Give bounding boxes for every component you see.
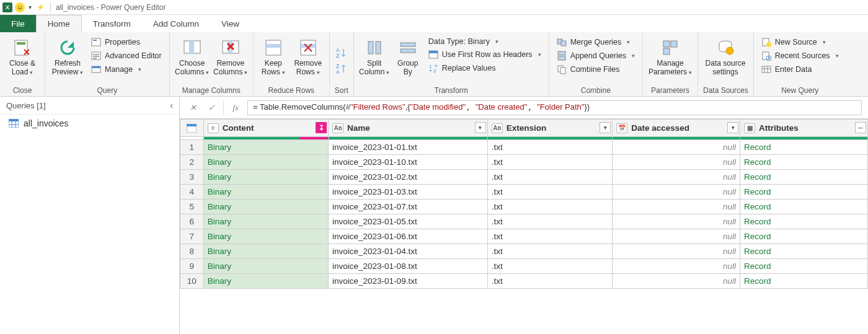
cell-date-accessed[interactable]: null: [613, 244, 740, 259]
row-number[interactable]: 4: [180, 185, 204, 200]
formula-input[interactable]: = Table.RemoveColumns(#"Filtered Rows",{…: [247, 100, 862, 115]
cell-extension[interactable]: .txt: [487, 155, 612, 170]
cell-content[interactable]: Binary: [203, 229, 328, 244]
smiley-icon[interactable]: ☺: [15, 2, 25, 12]
tab-file[interactable]: File: [0, 15, 36, 32]
column-header-name[interactable]: ABName ▾: [329, 120, 488, 137]
cell-content[interactable]: Binary: [203, 185, 328, 200]
cell-content[interactable]: Binary: [203, 140, 328, 155]
cell-extension[interactable]: .txt: [487, 214, 612, 229]
table-row[interactable]: 7Binaryinvoice_2023-01-06.txt.txtnullRec…: [180, 229, 868, 244]
cell-attributes[interactable]: Record: [740, 170, 868, 185]
tab-transform[interactable]: Transform: [82, 15, 142, 32]
row-number[interactable]: 10: [180, 274, 204, 289]
cell-name[interactable]: invoice_2023-01-08.txt: [329, 259, 488, 274]
cell-date-accessed[interactable]: null: [613, 140, 740, 155]
cell-name[interactable]: invoice_2023-01-10.txt: [329, 155, 488, 170]
cell-name[interactable]: invoice_2023-01-03.txt: [329, 185, 488, 200]
manage-button[interactable]: Manage: [89, 63, 164, 76]
cell-content[interactable]: Binary: [203, 170, 328, 185]
expand-attributes-button[interactable]: ↔: [855, 122, 866, 133]
cell-attributes[interactable]: Record: [740, 185, 868, 200]
cell-content[interactable]: Binary: [203, 155, 328, 170]
column-header-content[interactable]: ≡Content ↧: [203, 120, 328, 137]
cell-date-accessed[interactable]: null: [613, 274, 740, 289]
accept-formula-button[interactable]: ✓: [205, 101, 218, 115]
sort-asc-button[interactable]: AZ: [335, 46, 347, 59]
cell-date-accessed[interactable]: null: [613, 259, 740, 274]
cell-name[interactable]: invoice_2023-01-04.txt: [329, 244, 488, 259]
table-row[interactable]: 6Binaryinvoice_2023-01-05.txt.txtnullRec…: [180, 214, 868, 229]
collapse-pane-icon[interactable]: ‹: [170, 100, 173, 110]
fx-button[interactable]: fx: [229, 101, 242, 115]
merge-queries-button[interactable]: Merge Queries: [554, 36, 637, 48]
cell-name[interactable]: invoice_2023-01-05.txt: [329, 214, 488, 229]
cell-date-accessed[interactable]: null: [613, 214, 740, 229]
tab-add-column[interactable]: Add Column: [142, 15, 210, 32]
cell-date-accessed[interactable]: null: [613, 155, 740, 170]
cell-attributes[interactable]: Record: [740, 140, 868, 155]
tab-view[interactable]: View: [210, 15, 250, 32]
table-row[interactable]: 9Binaryinvoice_2023-01-08.txt.txtnullRec…: [180, 259, 868, 274]
cell-attributes[interactable]: Record: [740, 155, 868, 170]
cell-attributes[interactable]: Record: [740, 259, 868, 274]
cell-date-accessed[interactable]: null: [613, 200, 740, 214]
tab-home[interactable]: Home: [36, 15, 82, 32]
cell-name[interactable]: invoice_2023-01-09.txt: [329, 274, 488, 289]
recent-sources-button[interactable]: Recent Sources: [759, 50, 841, 62]
cell-content[interactable]: Binary: [203, 200, 328, 214]
sort-desc-button[interactable]: ZA: [335, 63, 347, 75]
manage-parameters-button[interactable]: Manage Parameters: [648, 35, 693, 85]
cell-extension[interactable]: .txt: [487, 244, 612, 259]
cell-attributes[interactable]: Record: [740, 214, 868, 229]
column-header-date-accessed[interactable]: 📅Date accessed ▾: [613, 120, 740, 137]
use-first-row-button[interactable]: Use First Row as Headers: [426, 48, 544, 61]
cell-extension[interactable]: .txt: [487, 274, 612, 289]
replace-values-button[interactable]: 12 Replace Values: [426, 62, 544, 74]
row-number[interactable]: 3: [180, 170, 204, 185]
cell-attributes[interactable]: Record: [740, 200, 868, 214]
close-and-load-button[interactable]: Close & Load: [5, 35, 40, 85]
row-number[interactable]: 7: [180, 229, 204, 244]
data-grid[interactable]: ≡Content ↧ ABName ▾ ABExtension ▾ 📅Da: [180, 119, 868, 334]
table-row[interactable]: 1Binaryinvoice_2023-01-01.txt.txtnullRec…: [180, 140, 868, 155]
data-source-settings-button[interactable]: Data source settings: [703, 35, 748, 85]
data-type-button[interactable]: Data Type: Binary: [426, 36, 544, 47]
cancel-formula-button[interactable]: ✕: [186, 101, 200, 115]
filter-extension-button[interactable]: ▾: [600, 122, 611, 133]
cell-name[interactable]: invoice_2023-01-01.txt: [329, 140, 488, 155]
keep-rows-button[interactable]: Keep Rows: [259, 35, 288, 85]
choose-columns-button[interactable]: Choose Columns: [175, 35, 210, 85]
advanced-editor-button[interactable]: Advanced Editor: [89, 50, 164, 62]
group-by-button[interactable]: Group By: [394, 35, 422, 85]
row-number[interactable]: 1: [180, 140, 204, 155]
select-all-corner[interactable]: [180, 120, 204, 137]
cell-date-accessed[interactable]: null: [613, 229, 740, 244]
remove-columns-button[interactable]: Remove Columns: [213, 35, 248, 85]
cell-name[interactable]: invoice_2023-01-06.txt: [329, 229, 488, 244]
cell-extension[interactable]: .txt: [487, 259, 612, 274]
cell-content[interactable]: Binary: [203, 244, 328, 259]
table-row[interactable]: 4Binaryinvoice_2023-01-03.txt.txtnullRec…: [180, 185, 868, 200]
cell-content[interactable]: Binary: [203, 274, 328, 289]
cell-date-accessed[interactable]: null: [613, 185, 740, 200]
column-header-extension[interactable]: ABExtension ▾: [487, 120, 612, 137]
properties-button[interactable]: Properties: [89, 36, 164, 48]
cell-name[interactable]: invoice_2023-01-02.txt: [329, 170, 488, 185]
column-header-attributes[interactable]: ▦Attributes ↔: [740, 120, 868, 137]
cell-attributes[interactable]: Record: [740, 274, 868, 289]
row-number[interactable]: 6: [180, 214, 204, 229]
query-item-all-invoices[interactable]: all_invoices: [0, 115, 179, 132]
append-queries-button[interactable]: Append Queries: [554, 50, 637, 62]
cell-attributes[interactable]: Record: [740, 244, 868, 259]
cell-extension[interactable]: .txt: [487, 229, 612, 244]
refresh-preview-button[interactable]: Refresh Preview: [50, 35, 85, 85]
row-number[interactable]: 5: [180, 200, 204, 214]
table-row[interactable]: 8Binaryinvoice_2023-01-04.txt.txtnullRec…: [180, 244, 868, 259]
row-number[interactable]: 9: [180, 259, 204, 274]
table-row[interactable]: 5Binaryinvoice_2023-01-07.txt.txtnullRec…: [180, 200, 868, 214]
cell-extension[interactable]: .txt: [487, 140, 612, 155]
qat-customize[interactable]: ⚡: [35, 4, 45, 11]
cell-extension[interactable]: .txt: [487, 170, 612, 185]
qat-dropdown[interactable]: ▾: [27, 4, 33, 11]
